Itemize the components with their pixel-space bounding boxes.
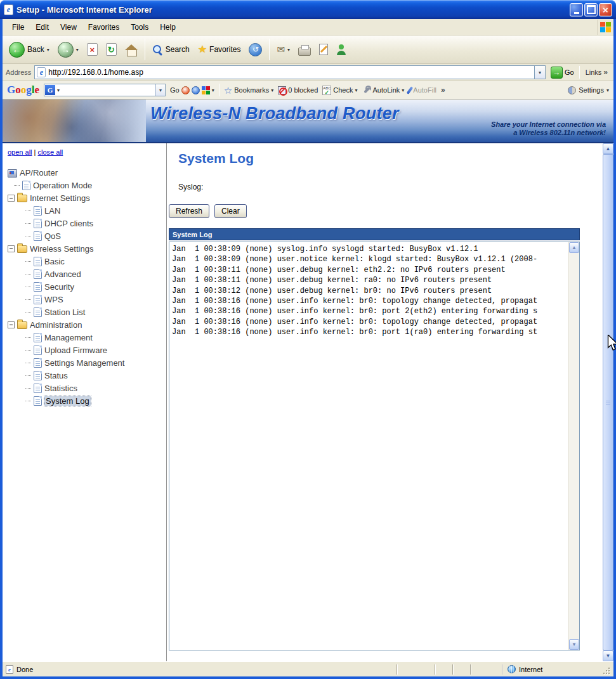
clear-log-button[interactable]: Clear bbox=[214, 204, 247, 218]
back-button[interactable]: ← Back ▾ bbox=[5, 40, 53, 60]
links-chevron-icon[interactable]: » bbox=[603, 68, 608, 77]
tree-item-label[interactable]: Statistics bbox=[44, 384, 77, 393]
menu-item[interactable]: File bbox=[6, 20, 30, 34]
tree-item[interactable]: Administration bbox=[3, 318, 166, 331]
menu-item[interactable]: Tools bbox=[125, 20, 154, 34]
minimize-button[interactable] bbox=[570, 3, 583, 16]
page-scrollbar[interactable]: ▲ ▼ bbox=[603, 143, 613, 661]
collapse-icon[interactable] bbox=[8, 321, 15, 328]
log-textarea[interactable]: Jan 1 00:38:09 (none) syslog.info syslog… bbox=[169, 242, 580, 650]
print-button[interactable] bbox=[294, 42, 315, 58]
tree-item[interactable]: LAN bbox=[3, 204, 166, 217]
address-dropdown-icon[interactable]: ▾ bbox=[534, 66, 545, 79]
search-button[interactable]: Search bbox=[148, 42, 193, 57]
menu-item[interactable]: Favorites bbox=[82, 20, 125, 34]
tree-item-label[interactable]: Administration bbox=[30, 320, 82, 330]
google-site-search-icon[interactable] bbox=[192, 86, 200, 94]
scroll-down-icon[interactable]: ▼ bbox=[603, 650, 613, 661]
tree-item[interactable]: Management bbox=[3, 331, 166, 344]
tree-item-label[interactable]: DHCP clients bbox=[44, 219, 93, 228]
scroll-up-icon[interactable]: ▲ bbox=[603, 143, 613, 154]
popup-blocker-button[interactable]: 0 blocked bbox=[278, 86, 318, 94]
tree-item[interactable]: WPS bbox=[3, 293, 166, 306]
tree-item-label[interactable]: AP/Router bbox=[20, 168, 58, 178]
tree-item-label[interactable]: Upload Firmware bbox=[44, 346, 107, 355]
tree-item-label[interactable]: Management bbox=[44, 333, 93, 342]
edit-button[interactable] bbox=[315, 42, 332, 57]
tree-item-label[interactable]: Station List bbox=[44, 307, 85, 317]
log-scroll-down-icon[interactable]: ▼ bbox=[569, 639, 579, 650]
tree-item[interactable]: Status bbox=[3, 369, 166, 382]
messenger-button[interactable] bbox=[332, 42, 350, 57]
close-all-link[interactable]: close all bbox=[38, 148, 63, 156]
google-apps-icon[interactable] bbox=[202, 86, 210, 94]
autofill-button[interactable]: AutoFill bbox=[409, 86, 436, 94]
tree-item-label[interactable]: Advanced bbox=[44, 269, 81, 279]
links-toolbar[interactable]: Links » bbox=[583, 68, 610, 77]
tree-item[interactable]: Station List bbox=[3, 306, 166, 318]
tree-item-label[interactable]: Wireless Settings bbox=[30, 244, 93, 254]
go-button[interactable]: → Go bbox=[549, 67, 576, 79]
log-scroll-up-icon[interactable]: ▲ bbox=[569, 242, 579, 253]
tree-item[interactable]: Basic bbox=[3, 255, 166, 268]
autolink-caret[interactable]: ▾ bbox=[402, 87, 404, 93]
tree-item[interactable]: Security bbox=[3, 280, 166, 293]
stop-button[interactable]: × bbox=[83, 41, 102, 58]
tree-item[interactable]: Settings Management bbox=[3, 356, 166, 369]
tree-item[interactable]: AP/Router bbox=[3, 166, 166, 179]
tree-item[interactable]: Internet Settings bbox=[3, 191, 166, 204]
google-go-button[interactable]: Go ▾ bbox=[170, 86, 214, 94]
tree-item-label[interactable]: Settings Management bbox=[44, 358, 124, 368]
tree-item[interactable]: Advanced bbox=[3, 268, 166, 280]
titlebar[interactable]: Setup - Microsoft Internet Explorer bbox=[0, 0, 616, 19]
collapse-icon[interactable] bbox=[8, 195, 15, 202]
bookmarks-caret[interactable]: ▾ bbox=[271, 87, 273, 93]
tree-item-label[interactable]: QoS bbox=[44, 231, 61, 241]
refresh-button[interactable]: ↻ bbox=[102, 41, 121, 58]
back-dropdown-icon[interactable]: ▾ bbox=[47, 47, 49, 53]
tree-item-label[interactable]: Security bbox=[44, 282, 74, 292]
mail-button[interactable]: ✉ ▾ bbox=[273, 42, 294, 57]
tree-item-label[interactable]: Status bbox=[44, 371, 68, 380]
google-search-type-caret[interactable]: ▾ bbox=[57, 87, 60, 93]
tree-item-label[interactable]: Internet Settings bbox=[30, 193, 90, 203]
spellcheck-button[interactable]: ABC ✓ Check ▾ bbox=[322, 86, 357, 95]
google-bookmarks-button[interactable]: ☆ Bookmarks ▾ bbox=[224, 86, 274, 95]
menu-item[interactable]: Help bbox=[154, 20, 181, 34]
google-search-dropdown-icon[interactable]: ▾ bbox=[155, 84, 165, 96]
forward-dropdown-icon[interactable]: ▾ bbox=[76, 47, 79, 53]
collapse-icon[interactable] bbox=[8, 245, 15, 252]
tree-item[interactable]: DHCP clients bbox=[3, 217, 166, 230]
autolink-button[interactable]: AutoLink ▾ bbox=[362, 86, 405, 94]
favorites-button[interactable]: ★ Favorites bbox=[194, 42, 245, 56]
resize-grip[interactable] bbox=[602, 666, 612, 676]
tree-item-label[interactable]: LAN bbox=[44, 206, 60, 216]
menu-item[interactable]: View bbox=[55, 20, 82, 34]
settings-caret[interactable]: ▾ bbox=[606, 87, 609, 93]
scrollbar-thumb[interactable] bbox=[603, 154, 613, 650]
tree-item-label[interactable]: WPS bbox=[44, 295, 63, 304]
log-scrollbar[interactable]: ▲ ▼ bbox=[568, 242, 579, 650]
close-button[interactable] bbox=[599, 3, 612, 16]
mail-dropdown-icon[interactable]: ▾ bbox=[287, 47, 290, 53]
spellcheck-caret[interactable]: ▾ bbox=[355, 87, 358, 93]
tree-item[interactable]: Statistics bbox=[3, 382, 166, 394]
home-button[interactable] bbox=[121, 41, 141, 58]
google-pagerank-icon[interactable] bbox=[181, 86, 190, 94]
tree-item[interactable]: System Log bbox=[3, 394, 166, 407]
tree-item[interactable]: Wireless Settings bbox=[3, 242, 166, 255]
tree-item[interactable]: QoS bbox=[3, 230, 166, 242]
tree-item[interactable]: Operation Mode bbox=[3, 179, 166, 191]
maximize-button[interactable] bbox=[584, 3, 598, 16]
tree-item-label[interactable]: System Log bbox=[44, 396, 91, 406]
forward-button[interactable]: → ▾ bbox=[54, 40, 82, 60]
google-tools-caret[interactable]: ▾ bbox=[212, 87, 214, 93]
open-all-link[interactable]: open all bbox=[8, 148, 32, 156]
google-settings-button[interactable]: Settings ▾ bbox=[568, 86, 609, 94]
tree-item[interactable]: Upload Firmware bbox=[3, 344, 166, 356]
history-button[interactable]: ↺ bbox=[245, 41, 266, 58]
tree-item-label[interactable]: Operation Mode bbox=[33, 181, 92, 190]
menu-item[interactable]: Edit bbox=[30, 20, 55, 34]
google-search-input[interactable]: G ▾ ▾ bbox=[44, 84, 166, 96]
tree-item-label[interactable]: Basic bbox=[44, 257, 65, 266]
